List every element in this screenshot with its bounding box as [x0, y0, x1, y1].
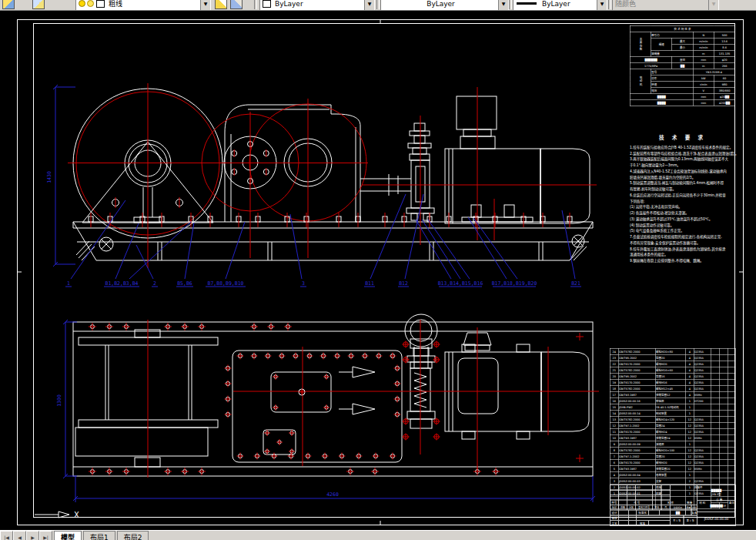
parts-cell [711, 453, 719, 459]
layer-properties-icon[interactable] [1, 0, 16, 11]
spec-cell: 牵引力 [651, 32, 694, 38]
tech-requirement-line: (2) 各连接件不得松动,密封处无渗漏。 [630, 210, 735, 216]
parts-cell: 螺母M20 [655, 361, 685, 367]
spec-cell: 131.135 [714, 50, 734, 56]
dropdown-arrow-icon[interactable]: ▼ [498, 0, 508, 10]
parts-cell [719, 354, 728, 361]
tb-cell [660, 510, 671, 515]
tech-requirement-line: 于0.1°,轴向窜动量为2—3mm。 [630, 163, 735, 169]
parts-cell [728, 385, 735, 391]
tab-model[interactable]: 模型 [54, 531, 82, 540]
tab-layout1[interactable]: 布局1 [83, 531, 115, 540]
parts-cell: 垫圈24 [655, 422, 685, 428]
parts-cell: 1 [685, 471, 694, 478]
parts-cell: Q235A [694, 416, 711, 422]
dropdown-arrow-icon[interactable]: ▼ [364, 0, 374, 10]
spec-cell: mm [693, 93, 714, 99]
layer-color-swatch [96, 0, 105, 8]
tab-nav-last-button[interactable]: ▶| [39, 531, 52, 540]
tech-requirement-line: 4.减速器内注入N40-1.5Z工业齿轮油至油标刻线处,滚动轴承内 [630, 169, 735, 175]
parts-cell [719, 434, 728, 441]
label-2: 2 [153, 280, 156, 287]
tech-requirement-line: 不得有异常现象,安全保护装置动作准确可靠。 [630, 240, 735, 247]
parts-cell [719, 471, 728, 478]
parts-cell: Q235A [694, 367, 711, 373]
lineweight-value: ByLayer [540, 0, 597, 8]
parts-cell [719, 459, 728, 465]
spec-cell: m [693, 50, 714, 56]
parts-cell [719, 465, 728, 471]
spec-cell: N [693, 32, 714, 38]
color-combo[interactable]: ByLayer ▼ [259, 0, 375, 11]
parts-cell: Q235A [694, 447, 711, 453]
toolbar-separator [509, 0, 512, 9]
tab-layout2[interactable]: 布局2 [117, 531, 149, 540]
layer-thaw-icon[interactable] [87, 0, 94, 7]
parts-cell [719, 441, 728, 447]
parts-cell: JD05Z-00-00-03 [618, 478, 655, 484]
parts-cell [728, 410, 735, 416]
parts-cell: 12 [685, 428, 694, 434]
spec-cell: 最大 [672, 38, 693, 44]
spec-cell: φ20██ [714, 93, 734, 99]
parts-cell [728, 367, 735, 373]
parts-cell: 12 [685, 422, 694, 428]
parts-cell: 10 [610, 434, 618, 441]
tech-requirement-line: 2.装配前所有零部件均应检验合格,清洗干净,配合表面涂以润滑油(脂)。 [630, 150, 735, 156]
linetype-combo[interactable]: ByLayer ▼ [380, 0, 509, 11]
lineweight-preview [517, 2, 537, 5]
make-object-layer-current-icon[interactable] [213, 0, 229, 11]
parts-cell: JDHB-PW2 [618, 404, 655, 410]
parts-cell: Q235A [694, 361, 711, 367]
spec-cell: 4200██ [714, 99, 734, 106]
parts-cell: 螺母M20 [655, 459, 685, 465]
parts-cell: GB/T5782-2000 [618, 348, 655, 354]
parts-cell [694, 404, 711, 410]
layer-states-icon[interactable] [31, 0, 46, 11]
parts-cell: 65Mn [694, 434, 711, 441]
parts-cell [711, 434, 719, 441]
layer-combo[interactable]: 粗线 ▼ [75, 0, 211, 11]
tb-cell [619, 521, 629, 526]
parts-cell: 14 [610, 410, 618, 416]
parts-cell: 4 [685, 361, 694, 367]
parts-cell [728, 428, 735, 434]
dropdown-arrow-icon[interactable]: ▼ [597, 0, 607, 10]
model-space-canvas[interactable]: 1430 1300 4260 1 B1,B2,B3,B4 2 B5,B6 B7,… [0, 10, 756, 530]
tb-subtitle: ██████ [697, 501, 736, 512]
parts-cell: 3 [610, 478, 618, 484]
tech-requirement-line: 腔填充钙基润滑脂,填充量约为空腔的2/3。 [630, 174, 735, 180]
parts-cell [711, 410, 719, 416]
parts-cell: 1 [685, 410, 694, 416]
parts-cell: Q235A [694, 453, 711, 459]
label-b21: B21 [571, 280, 580, 287]
spec-cell: ██████ [630, 56, 672, 62]
tab-nav-first-button[interactable]: |◀ [0, 531, 13, 540]
parts-cell [719, 361, 728, 367]
parts-cell: 4 [685, 348, 694, 354]
parts-cell [719, 385, 728, 391]
parts-cell: 12 [685, 465, 694, 471]
layer-previous-icon[interactable] [229, 0, 244, 11]
tab-nav-next-button[interactable]: ▶ [26, 531, 39, 540]
parts-cell [711, 441, 719, 447]
parts-cell [711, 404, 719, 410]
parts-cell [728, 471, 735, 478]
layer-on-icon[interactable] [79, 0, 85, 7]
dropdown-arrow-icon[interactable]: ▼ [200, 0, 210, 10]
spec-cell: 8.6 [714, 44, 734, 50]
label-3: 3 [302, 280, 305, 287]
parts-cell [719, 416, 728, 422]
parts-cell: 6 [610, 459, 618, 465]
parts-cell: JD05Z-00-00-04 [618, 471, 655, 478]
tab-nav-prev-button[interactable]: ◀ [13, 531, 26, 540]
color-value: ByLayer [273, 0, 364, 8]
lineweight-combo[interactable]: ByLayer ▼ [513, 0, 607, 11]
parts-cell [728, 379, 735, 385]
tb-cell [649, 510, 660, 515]
spec-cell: 266 [714, 62, 734, 69]
parts-cell: GB/T93-1987 [618, 465, 655, 471]
parts-cell: 12 [685, 453, 694, 459]
tb-stage-value: ██ [671, 510, 686, 515]
linetype-value: ByLayer [381, 0, 498, 8]
